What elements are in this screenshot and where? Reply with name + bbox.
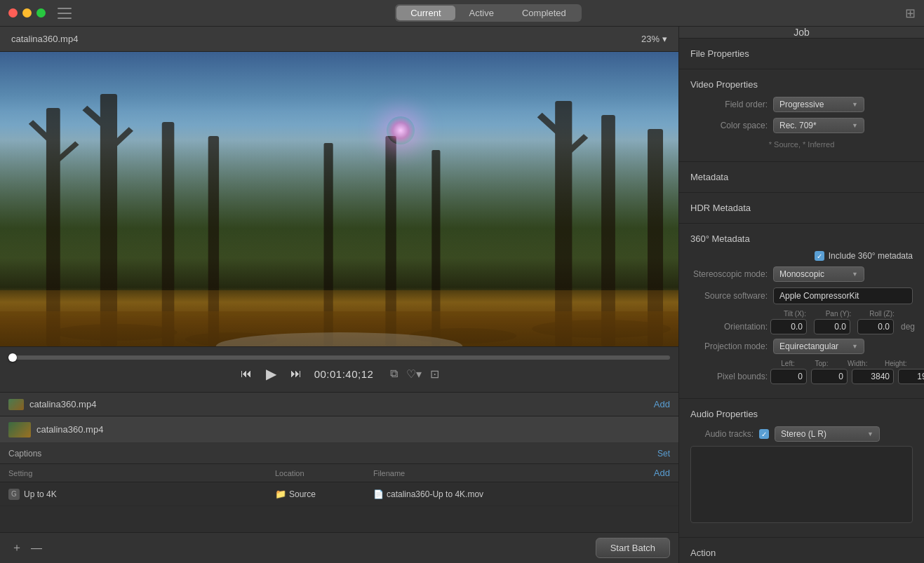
setting-icon: G [8, 489, 20, 500]
video-preview [0, 52, 678, 346]
captions-area: Captions Set Setting Location Filename A… [0, 443, 678, 532]
left-panel: catalina360.mp4 23% ▾ [0, 27, 678, 563]
hdr-metadata-section: HDR Metadata [679, 193, 924, 224]
video-properties-section: Video Properties Field order: Progressiv… [679, 69, 924, 162]
pb-left-input[interactable] [770, 369, 807, 384]
action-header[interactable]: Action [679, 543, 924, 562]
scrubber-row [0, 355, 678, 360]
orientation-row: Orientation: deg [690, 319, 913, 334]
include-360-checkbox[interactable]: ✓ [815, 251, 824, 261]
zoom-control[interactable]: 23% ▾ [641, 34, 667, 44]
job-name: catalina360.mp4 [29, 399, 648, 409]
tree-silhouettes [0, 52, 678, 346]
pb-top-header: Top: [807, 360, 836, 367]
job-item-thumbnail [8, 422, 31, 437]
job-thumbnail [8, 399, 24, 410]
orientation-fields: deg [770, 319, 915, 334]
color-space-label: Color space: [690, 121, 768, 130]
field-order-select[interactable]: Progressive ▼ [773, 97, 864, 112]
audio-properties-section: Audio Properties Audio tracks: ✓ Stereo … [679, 399, 924, 538]
metadata-header[interactable]: Metadata [679, 168, 924, 186]
pan-input[interactable] [814, 319, 850, 334]
add-remove-btns: ＋ — [8, 539, 45, 557]
audio-tracks-area [690, 446, 913, 523]
color-space-arrow: ▼ [852, 122, 858, 129]
file-properties-header[interactable]: File Properties [679, 44, 924, 63]
video-filename: catalina360.mp4 [11, 34, 78, 44]
projection-mode-select[interactable]: Equirectangular ▼ [773, 339, 864, 354]
deg-label: deg [901, 322, 915, 332]
pb-height-input[interactable] [898, 369, 924, 384]
skip-back-button[interactable]: ⏮ [239, 366, 253, 381]
job-list-area: catalina360.mp4 Add catalina360.mp4 Capt… [0, 393, 678, 563]
projection-mode-label: Projection mode: [690, 341, 768, 351]
video-properties-header[interactable]: Video Properties [679, 75, 924, 94]
video-properties-content: Field order: Progressive ▼ Color space: … [679, 94, 924, 156]
file-properties-section: File Properties [679, 39, 924, 69]
action-section: Action When done: Do Nothing ▼ Captions:… [679, 538, 924, 563]
pan-header: Pan (Y): [817, 310, 860, 318]
stereo-mode-select[interactable]: Monoscopic ▼ [773, 266, 864, 282]
projection-arrow: ▼ [852, 343, 858, 350]
include-360-row: ✓ Include 360° metadata [690, 251, 913, 261]
right-panel-title: Job [794, 27, 810, 38]
caption-filename-value: catalina360-Up to 4K.mov [387, 489, 483, 499]
timecode: 00:01:40;12 [314, 368, 374, 380]
add-job-button[interactable]: Add [654, 399, 670, 409]
audio-tracks-select[interactable]: Stereo (L R) ▼ [775, 426, 880, 442]
add-caption-button[interactable]: Add [654, 468, 670, 478]
col-location-header: Location [275, 469, 373, 477]
tilt-input[interactable] [770, 319, 807, 334]
sidebar-toggle-button[interactable] [58, 8, 72, 19]
tab-completed[interactable]: Completed [508, 6, 580, 20]
source-software-input[interactable] [773, 287, 913, 304]
color-space-select[interactable]: Rec. 709* ▼ [773, 118, 864, 133]
start-batch-button[interactable]: Start Batch [596, 538, 670, 558]
pixel-bounds-row: Pixel bounds: px [690, 369, 913, 384]
hdr-metadata-header[interactable]: HDR Metadata [679, 198, 924, 217]
roll-header: Roll (Z): [860, 310, 904, 318]
job-item-row: catalina360.mp4 [0, 416, 678, 443]
captions-title: Captions [8, 449, 41, 459]
video-header: catalina360.mp4 23% ▾ [0, 27, 678, 52]
stereo-arrow: ▼ [852, 271, 858, 278]
three60-metadata-header[interactable]: 360° Metadata [679, 229, 924, 248]
projection-mode-row: Projection mode: Equirectangular ▼ [690, 339, 913, 354]
file-icon: 📄 [373, 489, 384, 499]
tab-group: Current Active Completed [395, 4, 582, 22]
caption-setting-value: Up to 4K [24, 489, 57, 499]
play-button[interactable]: ▶ [265, 364, 278, 384]
minimize-button[interactable] [22, 8, 32, 18]
add-item-button[interactable]: ＋ [8, 539, 25, 557]
metadata-section: Metadata [679, 162, 924, 193]
settings-icon[interactable]: ⊞ [905, 6, 916, 21]
audio-tracks-checkbox[interactable]: ✓ [759, 429, 769, 439]
remove-item-button[interactable]: — [28, 539, 45, 557]
tab-current[interactable]: Current [396, 6, 455, 20]
field-order-row: Field order: Progressive ▼ [690, 97, 913, 112]
pixel-bounds-fields: px [770, 369, 924, 384]
right-panel: Job File Properties Video Properties Fie… [678, 27, 924, 563]
annotation-icon[interactable]: ♡▾ [406, 367, 422, 381]
caption-filename: 📄 catalina360-Up to 4K.mov [373, 489, 670, 499]
pb-width-input[interactable] [852, 369, 894, 384]
view-icon[interactable]: ⧉ [390, 367, 398, 380]
maximize-button[interactable] [36, 8, 46, 18]
right-panel-header: Job [679, 27, 924, 39]
scrubber-thumb[interactable] [8, 353, 17, 362]
source-software-label: Source software: [690, 291, 768, 301]
scrubber[interactable] [8, 355, 670, 360]
pb-height-header: Height: [879, 360, 913, 367]
close-button[interactable] [8, 8, 18, 18]
set-button[interactable]: Set [657, 449, 670, 459]
skip-forward-button[interactable]: ⏭ [289, 366, 303, 381]
tab-active[interactable]: Active [455, 6, 508, 20]
captions-header: Captions Set [0, 443, 678, 464]
bottom-toolbar: ＋ — Start Batch [0, 532, 678, 563]
pb-top-input[interactable] [811, 369, 848, 384]
roll-input[interactable] [857, 319, 894, 334]
caption-icon[interactable]: ⊡ [430, 367, 439, 381]
transport-bar: ⏮ ▶ ⏭ 00:01:40;12 ⧉ ♡▾ ⊡ [0, 346, 678, 393]
audio-properties-header[interactable]: Audio Properties [679, 405, 924, 423]
orientation-label: Orientation: [690, 322, 768, 332]
